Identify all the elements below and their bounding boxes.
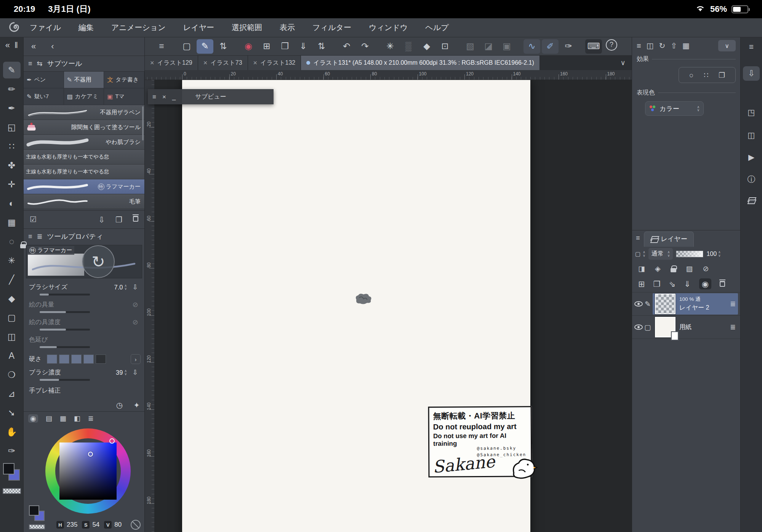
menu-item-5[interactable]: 表示 (280, 22, 295, 33)
correction-tool[interactable]: ✛ (3, 176, 21, 193)
menu-item-3[interactable]: レイヤー (183, 22, 214, 33)
layer-card[interactable]: 用紙≣ (653, 316, 738, 338)
document-tab-3[interactable]: イラスト131* (A5 148.00 x 210.00mm 600dpi 31… (301, 56, 540, 70)
stroke-history-icon[interactable]: ◷ (116, 401, 123, 409)
text-tool[interactable]: A (3, 347, 21, 364)
numpad-icon[interactable]: ⌨ (585, 39, 602, 54)
edge-menu-icon[interactable]: ≡ (749, 43, 754, 51)
subtool-group-4[interactable]: ▨カケアミ (64, 88, 104, 105)
effect-layer-color-icon[interactable]: ❐ (719, 72, 725, 79)
panel-menu-icon[interactable]: ≡ (636, 235, 640, 241)
sv-cursor[interactable] (88, 452, 93, 457)
layer-editing-icon[interactable]: ✎ (643, 300, 653, 308)
gradient-tab-icon[interactable]: ◧ (74, 415, 80, 422)
reference-window-icon[interactable]: ◫ (748, 131, 755, 139)
transparent-color-icon[interactable] (131, 520, 141, 530)
effect-tone-icon[interactable]: ∷ (704, 72, 708, 79)
save-options-icon[interactable]: ⇅ (313, 39, 330, 54)
lasso-tool[interactable]: ◌ (3, 233, 21, 250)
subtool-group-2[interactable]: 文タテ書き (104, 72, 144, 88)
lock-layer-icon[interactable] (671, 268, 676, 272)
subtool-group-3[interactable]: ✎疑い7 (24, 88, 64, 105)
merge-down-icon[interactable]: ⇓ (684, 280, 691, 288)
transparent-color-swatch[interactable] (29, 524, 45, 529)
brush-item-6[interactable]: 毛筆 (24, 194, 144, 209)
subtool-group-5[interactable]: ▣Tマ (104, 88, 144, 105)
hardness-segment-0[interactable] (47, 355, 57, 364)
balloon-tool[interactable]: ❍ (3, 366, 21, 383)
fullscreen-icon[interactable]: ◳ (748, 108, 755, 116)
panel-menu-icon[interactable]: ≡ (28, 233, 32, 240)
airbrush-tool[interactable]: ∷ (3, 138, 21, 155)
property-slider[interactable] (40, 346, 90, 348)
correct-stroke-icon[interactable]: ✑ (560, 39, 577, 54)
hardness-segment-4[interactable] (96, 355, 106, 364)
layer-menu-icon[interactable]: ≣ (730, 300, 736, 308)
fountain-pen-tool[interactable]: ✒ (3, 100, 21, 117)
collapse-panels-icon[interactable]: « (31, 42, 36, 51)
tool-switch-icon[interactable]: ⇅ (215, 39, 232, 54)
blend-tool[interactable]: ◐ (3, 195, 21, 212)
select-subtract-icon[interactable]: ◪ (480, 39, 497, 54)
lock-icon[interactable] (20, 244, 26, 248)
duplicate-subtool-icon[interactable]: ❐ (115, 216, 122, 224)
layer-visibility-icon[interactable] (634, 324, 643, 330)
close-tab-icon[interactable]: × (150, 59, 154, 67)
menu-item-2[interactable]: アニメーション (111, 22, 166, 33)
hardness-segment-3[interactable] (83, 355, 94, 364)
layer-thumbnail[interactable] (655, 317, 676, 337)
expression-color-dropdown[interactable]: カラー ∧∨ (645, 101, 704, 116)
opacity-value-stepper[interactable]: 100 ∧∨ (706, 251, 720, 257)
menu-item-1[interactable]: 編集 (78, 22, 94, 33)
hardness-segment-1[interactable] (59, 355, 69, 364)
grid-tool[interactable]: ▦ (3, 214, 21, 231)
undo-icon[interactable]: ↶ (338, 39, 355, 54)
pen-tool[interactable]: ✎ (3, 62, 21, 78)
property-row-1[interactable]: 絵の具量⊘ (29, 299, 141, 310)
tab-list-chevron-icon[interactable]: ∨ (614, 56, 632, 70)
close-tab-icon[interactable]: × (253, 59, 258, 67)
property-row-2[interactable]: 絵の具濃度⊘ (29, 316, 141, 328)
workspace-grid-icon[interactable]: ▦ (682, 42, 690, 50)
menu-item-8[interactable]: ヘルプ (425, 22, 448, 33)
saturation-value-square[interactable] (59, 443, 117, 500)
transfer-down-icon[interactable]: ⇘ (669, 280, 676, 288)
property-slider[interactable] (40, 294, 90, 296)
brush-blend-toggle[interactable]: ▢∧∨ (635, 251, 645, 257)
property-row-0[interactable]: ブラシサイズ7.0∧∨⇩ (29, 281, 141, 293)
effect-normal-icon[interactable]: ○ (689, 72, 693, 79)
delete-layer-icon[interactable] (720, 281, 725, 287)
canvas-overview-icon[interactable]: ▢ (178, 39, 195, 54)
property-row-4[interactable]: 硬さ› (29, 351, 141, 367)
brush-item-3[interactable]: 主線も水彩も厚塗りも一本でやる怠 (24, 150, 144, 165)
operation-tool[interactable]: ➘ (3, 404, 21, 421)
frame-crop-icon[interactable]: ⊡ (437, 39, 453, 54)
hand-tool[interactable]: ✋ (3, 423, 21, 440)
color-wheel-tab-icon[interactable]: ◉ (28, 414, 38, 423)
subtool-group-1[interactable]: ✎不器用 (64, 72, 104, 88)
rotate-brush-icon[interactable]: ↻ (82, 245, 115, 278)
layer-card[interactable]: 100 % 通レイヤー 2≣ (653, 293, 738, 315)
layer-visibility-icon[interactable] (634, 301, 643, 307)
auto-select-tool[interactable]: ✳ (3, 252, 21, 269)
brush-list-scrollbar[interactable] (142, 106, 144, 141)
brush-item-1[interactable]: 隙間無く囲って塗るツール (24, 120, 144, 135)
value-spinner-icon[interactable]: ∧∨ (124, 284, 127, 290)
panel-menu-icon[interactable]: ≡ (637, 42, 641, 50)
property-row-5[interactable]: ブラシ濃度39∧∨⇩ (29, 367, 141, 378)
enable-mask-icon[interactable]: ⊘ (703, 265, 709, 272)
color-slider-tab-icon[interactable]: ▤ (46, 415, 52, 422)
active-tool-icon[interactable]: ✎ (197, 39, 213, 54)
subview-close-icon[interactable]: × (162, 94, 166, 100)
hardness-segments[interactable] (47, 355, 106, 364)
blend-mode-dropdown[interactable]: 通常 ∧∨ (648, 248, 673, 260)
multi-select-check-icon[interactable]: ☑ (30, 216, 37, 223)
property-row-7[interactable]: 手ブレ補正 (29, 384, 141, 397)
layer-panel-tab[interactable]: レイヤー (644, 232, 694, 247)
brush-item-0[interactable]: 不器用ザラペン (24, 105, 144, 120)
property-slider[interactable] (40, 379, 90, 381)
layer-thumbnail[interactable] (655, 294, 676, 314)
value-spinner-icon[interactable]: ∧∨ (124, 369, 127, 375)
canvas-viewport[interactable]: 20406080100120140160180 無断転載・AI学習禁止 Do n… (145, 80, 632, 532)
menu-item-4[interactable]: 選択範囲 (232, 22, 262, 33)
